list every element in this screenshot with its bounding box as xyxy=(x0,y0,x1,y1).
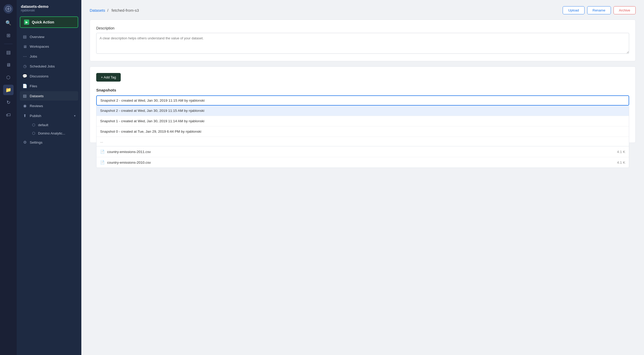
snapshots-card: + Add Tag Snapshots Snapshot 2 - created… xyxy=(90,66,636,143)
datasets-icon: ▤ xyxy=(22,94,27,98)
play-icon: ▶ xyxy=(24,20,29,25)
sub-item-label: Domino Analytic... xyxy=(38,131,65,135)
top-bar: Datasets / fetched-from-s3 Upload Rename… xyxy=(90,6,636,14)
sidebar-item-workspaces[interactable]: 🖥 Workspaces xyxy=(20,42,78,51)
snapshot-input-wrapper: Snapshot 2 - created at Wed, Jan 30, 201… xyxy=(96,95,629,106)
sidebar-item-label: Workspaces xyxy=(30,45,49,48)
breadcrumb-separator: / xyxy=(107,8,108,13)
scheduled-jobs-icon: ◷ xyxy=(22,64,27,69)
sidebar-item-files[interactable]: 📄 Files xyxy=(20,81,78,91)
description-card: Description xyxy=(90,20,636,61)
user-info: datasets-demo njablonski xyxy=(20,4,78,12)
publish-chevron-icon: ▾ xyxy=(74,114,76,118)
snapshot-ellipsis: ... xyxy=(96,137,629,146)
search-rail-icon[interactable]: 🔍 xyxy=(3,18,14,28)
discussions-icon: 💬 xyxy=(22,74,27,78)
snapshot-dropdown: Snapshot 2 - created at Wed, Jan 30, 201… xyxy=(96,106,629,168)
file-icon-1: 📄 xyxy=(100,150,105,154)
cube-rail-icon[interactable]: ⬡ xyxy=(3,72,14,83)
sidebar-item-reviews[interactable]: ◉ Reviews xyxy=(20,101,78,111)
snapshots-section-title: Snapshots xyxy=(96,88,629,92)
overview-icon: ▤ xyxy=(22,34,27,39)
snapshot-input[interactable] xyxy=(96,95,629,106)
main-content: Datasets / fetched-from-s3 Upload Rename… xyxy=(81,0,644,355)
files-icon: 📄 xyxy=(22,84,27,88)
quick-action-button[interactable]: ▶ Quick Action xyxy=(20,16,78,28)
breadcrumb-parent-link[interactable]: Datasets xyxy=(90,8,105,13)
workspaces-icon: 🖥 xyxy=(22,44,27,49)
top-actions: Upload Rename Archive xyxy=(563,6,636,14)
sidebar-item-label: Settings xyxy=(30,140,42,144)
sidebar-item-label: Datasets xyxy=(30,94,44,98)
file-row-1: 📄 country-emissions-2011.csv 4.1 K xyxy=(96,146,629,157)
sidebar-item-label: Reviews xyxy=(30,104,43,108)
sidebar-item-label: Files xyxy=(30,84,37,88)
sidebar-item-overview[interactable]: ▤ Overview xyxy=(20,32,78,41)
publish-sub-nav: ⬡ default ⬡ Domino Analytic... xyxy=(20,121,78,137)
file-size-1: 4.1 K xyxy=(617,150,625,154)
jobs-icon: ⋯ xyxy=(22,54,27,59)
grid-rail-icon[interactable]: ⊞ xyxy=(3,30,14,41)
dataset-rail-icon[interactable]: 📁 xyxy=(3,85,14,95)
file-icon-2: 📄 xyxy=(100,160,105,164)
list-rail-icon[interactable]: ▤ xyxy=(3,47,14,58)
add-tag-button[interactable]: + Add Tag xyxy=(96,73,121,82)
snapshot-option-0[interactable]: Snapshot 0 - created at Tue, Jan 29, 201… xyxy=(96,126,629,137)
quick-action-label: Quick Action xyxy=(32,20,54,24)
refresh-rail-icon[interactable]: ↻ xyxy=(3,97,14,108)
sub-item-label: default xyxy=(38,123,48,127)
settings-icon: ⚙ xyxy=(22,140,27,145)
rename-button[interactable]: Rename xyxy=(587,6,611,14)
file-name-2: country-emissions-2010.csv xyxy=(107,161,151,164)
description-textarea[interactable] xyxy=(96,33,629,54)
sidebar-item-discussions[interactable]: 💬 Discussions xyxy=(20,71,78,81)
rail-divider xyxy=(4,44,13,44)
tag-rail-icon[interactable]: 🏷 xyxy=(3,110,14,120)
sidebar-item-label: Discussions xyxy=(30,74,48,78)
sidebar: datasets-demo njablonski ▶ Quick Action … xyxy=(17,0,81,355)
sidebar-item-datasets[interactable]: ▤ Datasets xyxy=(20,91,78,101)
breadcrumb: Datasets / fetched-from-s3 xyxy=(90,8,140,13)
sidebar-item-label: Scheduled Jobs xyxy=(30,64,55,68)
archive-button[interactable]: Archive xyxy=(613,6,636,14)
description-label: Description xyxy=(96,26,629,30)
sidebar-item-publish[interactable]: ⬆ Publish ▾ xyxy=(20,111,78,120)
monitor-rail-icon[interactable]: 🖥 xyxy=(3,60,14,70)
snapshot-option-2[interactable]: Snapshot 2 - created at Wed, Jan 30, 201… xyxy=(96,106,629,116)
username: njablonski xyxy=(21,9,77,12)
publish-icon: ⬆ xyxy=(22,113,27,118)
file-name-1: country-emissions-2011.csv xyxy=(107,150,151,154)
snapshot-option-1[interactable]: Snapshot 1 - created at Wed, Jan 30, 201… xyxy=(96,116,629,126)
project-name: datasets-demo xyxy=(21,4,77,9)
default-icon: ⬡ xyxy=(31,123,36,127)
sidebar-sub-item-domino-analytics[interactable]: ⬡ Domino Analytic... xyxy=(29,129,78,137)
upload-button[interactable]: Upload xyxy=(563,6,584,14)
sidebar-item-settings[interactable]: ⚙ Settings xyxy=(20,138,78,147)
file-row-2: 📄 country-emissions-2010.csv 4.1 K xyxy=(96,157,629,168)
sidebar-nav: ▤ Overview 🖥 Workspaces ⋯ Jobs ◷ Schedul… xyxy=(20,32,78,147)
sidebar-item-scheduled-jobs[interactable]: ◷ Scheduled Jobs xyxy=(20,62,78,71)
reviews-icon: ◉ xyxy=(22,103,27,108)
sidebar-item-label: Overview xyxy=(30,35,44,39)
sidebar-item-label: Publish xyxy=(30,114,41,118)
domino-analytics-icon: ⬡ xyxy=(31,131,36,135)
breadcrumb-current: fetched-from-s3 xyxy=(112,8,139,13)
icon-rail: 🔍 ⊞ ▤ 🖥 ⬡ 📁 ↻ 🏷 xyxy=(0,0,17,355)
app-logo xyxy=(4,4,13,14)
sidebar-item-jobs[interactable]: ⋯ Jobs xyxy=(20,52,78,61)
sidebar-sub-item-default[interactable]: ⬡ default xyxy=(29,121,78,129)
sidebar-item-label: Jobs xyxy=(30,54,37,58)
file-size-2: 4.1 K xyxy=(617,161,625,164)
